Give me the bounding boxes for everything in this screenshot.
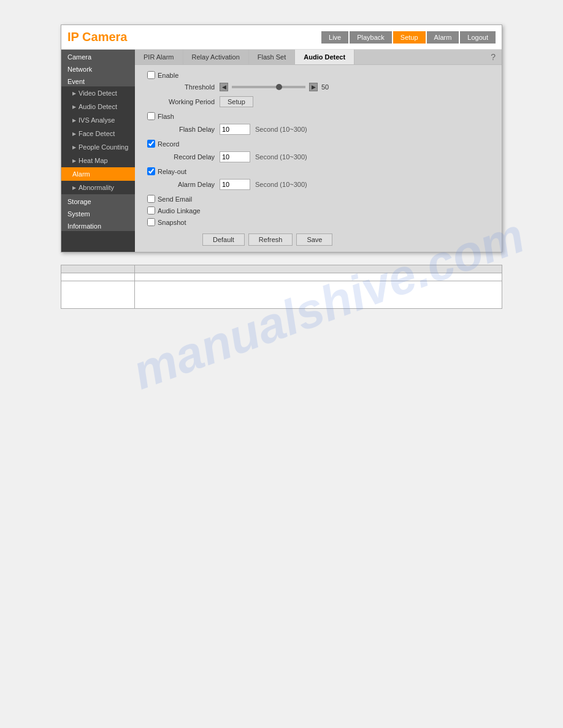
sidebar-item-label: Audio Detect [79, 103, 117, 110]
alarm-delay-row: Alarm Delay 10 Second (10~300) [147, 179, 489, 190]
nav-live-button[interactable]: Live [321, 31, 348, 44]
snapshot-section: Snapshot [147, 218, 489, 226]
record-delay-row: Record Delay 10 Second (10~300) [147, 151, 489, 162]
col2-header [135, 265, 502, 273]
flash-delay-row: Flash Delay 10 Second (10~300) [147, 124, 489, 135]
send-email-checkbox[interactable] [147, 195, 155, 203]
arrow-icon: ▶ [72, 118, 76, 123]
flash-hint: Second (10~300) [255, 126, 307, 133]
enable-checkbox[interactable] [147, 71, 155, 79]
sidebar-section-storage[interactable]: Storage [61, 194, 135, 207]
slider-thumb[interactable] [276, 84, 282, 90]
flash-delay-label: Flash Delay [159, 126, 215, 133]
arrow-icon: ▶ [72, 104, 76, 110]
sidebar-section-information[interactable]: Information [61, 219, 135, 231]
sidebar-section-network[interactable]: Network [61, 62, 135, 74]
sidebar-item-abnormality[interactable]: ▶ Abnormality [61, 181, 135, 194]
tab-relay-activation[interactable]: Relay Activation [183, 50, 249, 64]
tab-flash-set[interactable]: Flash Set [249, 50, 295, 64]
sidebar: Camera Network Event ▶ Video Detect ▶ Au… [61, 50, 135, 252]
audio-linkage-checkbox[interactable] [147, 207, 155, 214]
main-content: Camera Network Event ▶ Video Detect ▶ Au… [61, 50, 502, 252]
sidebar-item-face-detect[interactable]: ▶ Face Detect [61, 127, 135, 140]
enable-label: Enable [158, 72, 178, 79]
sidebar-item-label: Heat Map [79, 157, 108, 164]
sidebar-item-label: Abnormality [79, 184, 114, 191]
working-period-label: Working Period [159, 98, 215, 105]
slider-track[interactable] [232, 86, 305, 88]
content-panel: PIR Alarm Relay Activation Flash Set Aud… [135, 50, 502, 252]
threshold-value: 50 [321, 83, 329, 91]
threshold-row: Threshold ◀ ▶ 50 [147, 83, 489, 91]
header: IP Camera Live Playback Setup Alarm Logo… [61, 25, 502, 50]
tabs: PIR Alarm Relay Activation Flash Set Aud… [135, 50, 502, 65]
nav-playback-button[interactable]: Playback [350, 31, 392, 44]
enable-row: Enable [147, 71, 489, 79]
arrow-icon: ▶ [72, 91, 76, 96]
flash-delay-input[interactable]: 10 [220, 124, 250, 135]
audio-linkage-label: Audio Linkage [158, 207, 201, 214]
nav-alarm-button[interactable]: Alarm [427, 31, 459, 44]
tab-audio-detect[interactable]: Audio Detect [295, 50, 354, 64]
refresh-button[interactable]: Refresh [248, 233, 293, 246]
sidebar-section-system[interactable]: System [61, 207, 135, 219]
page-wrapper: IP Camera Live Playback Setup Alarm Logo… [0, 0, 563, 728]
header-nav: Live Playback Setup Alarm Logout [321, 31, 496, 44]
help-icon[interactable]: ? [484, 50, 502, 64]
record-hint: Second (10~300) [255, 153, 307, 161]
slider-container: ◀ ▶ 50 [220, 83, 329, 91]
alarm-delay-input[interactable]: 10 [220, 179, 250, 190]
action-buttons: Default Refresh Save [147, 233, 489, 246]
form-area: Enable Threshold ◀ ▶ 50 [135, 65, 502, 252]
send-email-section: Send Email [147, 195, 489, 203]
arrow-icon: ▶ [72, 145, 76, 150]
sidebar-item-ivs-analyse[interactable]: ▶ IVS Analyse [61, 113, 135, 127]
snapshot-label: Snapshot [158, 219, 186, 226]
info-table [61, 265, 502, 309]
sidebar-item-label: Video Detect [79, 89, 117, 97]
record-checkbox[interactable] [147, 140, 155, 148]
save-button[interactable]: Save [296, 233, 332, 246]
alarm-delay-label: Alarm Delay [159, 181, 215, 188]
table-cell [61, 273, 135, 281]
camera-ui: IP Camera Live Playback Setup Alarm Logo… [61, 25, 502, 252]
content-wrapper: IP Camera Live Playback Setup Alarm Logo… [0, 0, 563, 321]
logo-ip: IP [67, 30, 79, 44]
relay-out-section: Relay-out [147, 167, 489, 175]
flash-label: Flash [158, 113, 174, 120]
send-email-label: Send Email [158, 195, 192, 203]
arrow-icon: ▶ [72, 131, 76, 137]
slider-right-btn[interactable]: ▶ [309, 83, 318, 91]
setup-button[interactable]: Setup [220, 96, 253, 107]
snapshot-checkbox[interactable] [147, 218, 155, 226]
sidebar-item-heat-map[interactable]: ▶ Heat Map [61, 154, 135, 167]
slider-left-btn[interactable]: ◀ [220, 83, 228, 91]
logo: IP Camera [67, 30, 321, 44]
nav-setup-button[interactable]: Setup [393, 31, 426, 44]
sidebar-section-event[interactable]: Event [61, 74, 135, 86]
flash-checkbox[interactable] [147, 112, 155, 120]
default-button[interactable]: Default [202, 233, 245, 246]
col1-header [61, 265, 135, 273]
threshold-label: Threshold [159, 83, 215, 91]
tab-pir-alarm[interactable]: PIR Alarm [135, 50, 183, 64]
flash-section: Flash [147, 112, 489, 120]
sidebar-item-label: Alarm [72, 170, 90, 178]
arrow-icon: ▶ [72, 185, 76, 191]
table-cell [61, 281, 135, 309]
sidebar-section-camera[interactable]: Camera [61, 50, 135, 62]
relay-out-checkbox[interactable] [147, 167, 155, 175]
sidebar-item-audio-detect[interactable]: ▶ Audio Detect [61, 100, 135, 113]
sidebar-item-label: People Counting [79, 143, 128, 151]
sidebar-item-video-detect[interactable]: ▶ Video Detect [61, 86, 135, 100]
relay-out-label: Relay-out [158, 168, 186, 175]
sidebar-item-label: IVS Analyse [79, 116, 115, 124]
working-period-row: Working Period Setup [147, 96, 489, 107]
nav-logout-button[interactable]: Logout [460, 31, 496, 44]
sidebar-item-people-counting[interactable]: ▶ People Counting [61, 140, 135, 154]
alarm-hint: Second (10~300) [255, 181, 307, 188]
record-section: Record [147, 140, 489, 148]
sidebar-item-alarm[interactable]: Alarm [61, 167, 135, 181]
record-delay-input[interactable]: 10 [220, 151, 250, 162]
audio-linkage-section: Audio Linkage [147, 207, 489, 214]
